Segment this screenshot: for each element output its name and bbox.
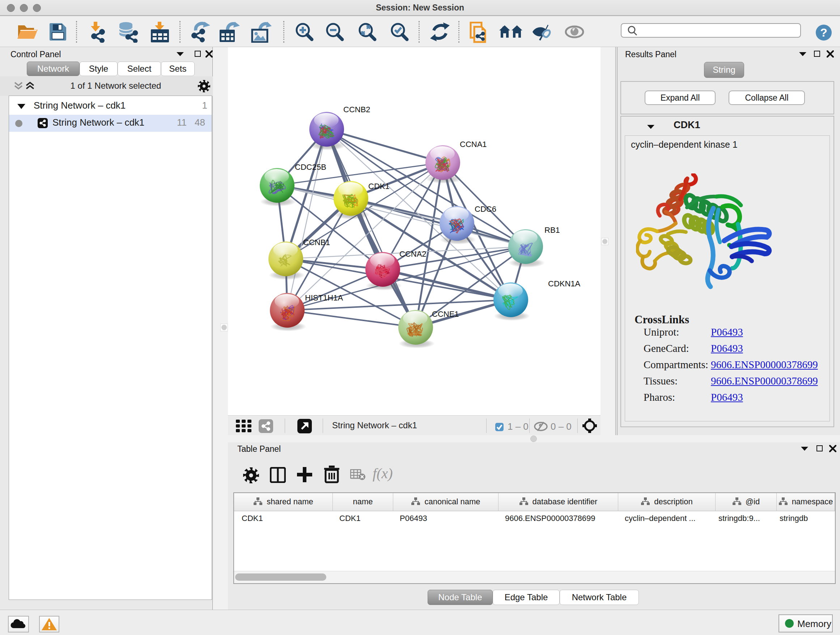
svg-text:CDC25B: CDC25B <box>295 163 326 172</box>
svg-text:CDK1: CDK1 <box>368 182 390 191</box>
svg-text:CCNA1: CCNA1 <box>460 140 487 149</box>
svg-text:CCNA2: CCNA2 <box>399 249 426 258</box>
svg-text:RB1: RB1 <box>545 226 560 234</box>
svg-text:CCNE1: CCNE1 <box>432 310 459 318</box>
svg-text:HIST1H1A: HIST1H1A <box>305 293 343 302</box>
svg-text:CCNB1: CCNB1 <box>303 238 330 247</box>
svg-text:?: ? <box>820 26 827 39</box>
svg-text:CCNB2: CCNB2 <box>343 105 370 114</box>
svg-text:CDC6: CDC6 <box>475 204 496 214</box>
svg-text:CDKN1A: CDKN1A <box>548 279 581 288</box>
